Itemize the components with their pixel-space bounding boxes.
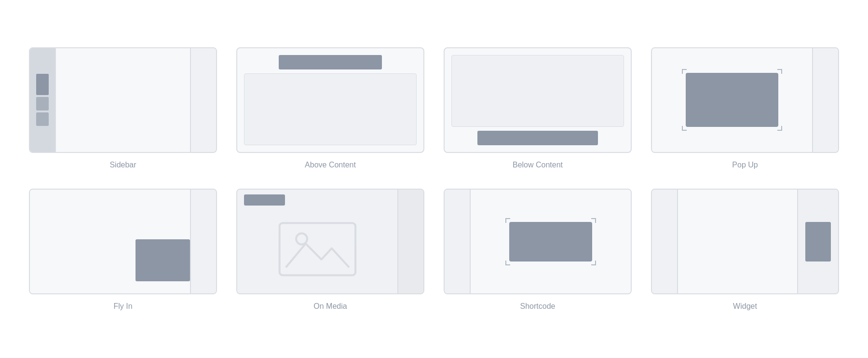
card-sidebar[interactable]: Sidebar — [29, 47, 217, 169]
fly-in-illustration — [29, 189, 217, 294]
on-media-illustration — [236, 189, 424, 294]
card-on-media[interactable]: On Media — [236, 189, 424, 311]
card-widget[interactable]: Widget — [651, 189, 839, 311]
fly-in-label: Fly In — [113, 302, 132, 311]
sidebar-illustration — [29, 47, 217, 153]
sidebar-label: Sidebar — [109, 161, 136, 169]
svg-rect-0 — [279, 223, 355, 275]
shortcode-illustration — [444, 189, 632, 294]
card-fly-in[interactable]: Fly In — [29, 189, 217, 311]
pop-up-illustration — [651, 47, 839, 153]
above-content-illustration — [236, 47, 424, 153]
below-content-illustration — [444, 47, 632, 153]
card-pop-up[interactable]: Pop Up — [651, 47, 839, 169]
card-below-content[interactable]: Below Content — [444, 47, 632, 169]
above-content-label: Above Content — [305, 161, 356, 169]
widget-illustration — [651, 189, 839, 294]
on-media-label: On Media — [313, 302, 347, 311]
placement-grid: Sidebar Above Content Below Content — [29, 47, 839, 311]
shortcode-label: Shortcode — [520, 302, 556, 311]
pop-up-label: Pop Up — [732, 161, 758, 169]
below-content-label: Below Content — [513, 161, 563, 169]
card-above-content[interactable]: Above Content — [236, 47, 424, 169]
card-shortcode[interactable]: Shortcode — [444, 189, 632, 311]
widget-label: Widget — [733, 302, 757, 311]
